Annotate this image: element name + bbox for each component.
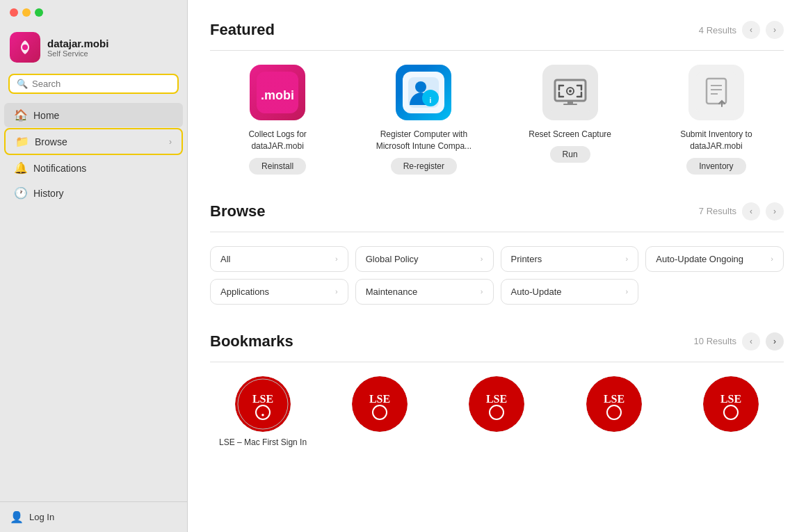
minimize-button[interactable] [22,8,31,17]
chevron-right-icon: › [335,287,338,296]
submit-inventory-icon [688,65,744,120]
browse-item-applications[interactable]: Applications › [210,279,348,305]
re-register-button[interactable]: Re-register [391,158,457,175]
browse-item-auto-update-ongoing[interactable]: Auto-Update Ongoing › [645,246,784,272]
featured-next-button[interactable]: › [766,21,784,39]
sidebar-item-browse[interactable]: 📁 Browse › [4,128,183,155]
bookmark-label-1: LSE – Mac First Sign In [219,437,307,447]
sidebar-item-home-label: Home [33,110,59,121]
sidebar-item-notifications-label: Notifications [33,163,86,174]
inventory-button[interactable]: Inventory [686,158,745,175]
browse-item-printers[interactable]: Printers › [501,246,639,272]
chevron-right-icon: › [481,255,483,263]
run-button[interactable]: Run [550,146,590,163]
sidebar-item-notifications[interactable]: 🔔 Notifications [4,156,183,180]
search-icon: 🔍 [17,79,28,89]
browse-item-global-policy[interactable]: Global Policy › [355,246,494,272]
log-in-label: Log In [29,512,54,522]
featured-prev-button[interactable]: ‹ [742,21,760,39]
browse-title: Browse [210,202,265,220]
main-content: Featured 4 Results ‹ › .mobi [188,0,806,532]
register-icon: i [396,65,451,120]
featured-item-screen-capture: Reset Screen Capture Run [503,65,638,175]
browse-printers-label: Printers [511,254,542,264]
sidebar-footer[interactable]: 👤 Log In [0,501,187,532]
browse-results-count: 7 Results [699,206,736,216]
bookmark-icon-2: LSE [352,376,408,432]
bookmarks-divider [210,362,784,362]
sidebar: datajar.mobi Self Service 🔍 🏠 Home 📁 Bro… [0,0,188,532]
browse-auto-update-label: Auto-Update [511,287,562,297]
browse-all-label: All [220,254,230,264]
sidebar-item-history-label: History [33,188,64,199]
featured-results: 4 Results ‹ › [699,21,784,39]
submit-inventory-label: Submit Inventory todataJAR.mobi [680,129,752,152]
svg-text:.mobi: .mobi [261,88,294,102]
reinstall-button[interactable]: Reinstall [249,158,306,175]
bookmarks-next-button[interactable]: › [766,332,784,350]
browse-prev-button[interactable]: ‹ [742,202,760,220]
featured-results-count: 4 Results [699,25,736,35]
home-icon: 🏠 [14,108,26,122]
nav-items: 🏠 Home 📁 Browse › 🔔 Notifications 🕐 Hist… [0,99,187,501]
bookmarks-results-count: 10 Results [694,336,736,346]
svg-text:LSE: LSE [369,392,390,404]
svg-text:●: ● [261,412,265,418]
bookmark-item-1[interactable]: LSE ● LSE – Mac First Sign In [210,376,316,447]
chevron-right-icon: › [169,137,172,147]
featured-item-inventory: Submit Inventory todataJAR.mobi Inventor… [649,65,784,175]
search-container[interactable]: 🔍 [8,74,179,94]
maximize-button[interactable] [35,8,43,17]
browse-maintenance-label: Maintenance [366,287,417,297]
bookmark-icon-4: LSE [586,376,642,432]
svg-text:LSE: LSE [604,392,624,404]
app-name: datajar.mobi [47,38,108,49]
app-icon [10,32,40,63]
close-button[interactable] [10,8,18,17]
sidebar-item-history[interactable]: 🕐 History [4,181,183,205]
svg-point-5 [415,81,426,92]
bookmark-item-5[interactable]: LSE [678,376,784,447]
browse-applications-label: Applications [220,287,269,297]
browse-global-policy-label: Global Policy [366,254,419,264]
featured-section-header: Featured 4 Results ‹ › [210,21,784,39]
browse-grid: All › Global Policy › Printers › Auto-Up… [210,246,784,305]
collect-logs-icon: .mobi [250,65,305,120]
register-label: Register Computer withMicrosoft Intune C… [376,129,471,152]
browse-results: 7 Results ‹ › [699,202,784,220]
app-header: datajar.mobi Self Service [0,21,187,71]
browse-item-auto-update[interactable]: Auto-Update › [501,279,639,305]
bookmarks-results: 10 Results ‹ › [694,332,784,350]
app-subtitle: Self Service [47,49,108,58]
bookmarks-prev-button[interactable]: ‹ [742,332,760,350]
bookmark-item-3[interactable]: LSE [444,376,549,447]
collect-logs-label: Collect Logs fordataJAR.mobi [248,129,306,152]
window-controls [0,0,187,21]
screen-capture-icon [542,65,598,120]
chevron-right-icon: › [335,255,338,263]
featured-item-register: i Register Computer withMicrosoft Intune… [356,65,491,175]
bookmarks-section-header: Bookmarks 10 Results ‹ › [210,332,784,350]
featured-divider [210,50,784,51]
browse-item-maintenance[interactable]: Maintenance › [355,279,494,305]
bookmark-icon-5: LSE [703,376,759,432]
browse-item-all[interactable]: All › [210,246,348,272]
svg-rect-12 [567,101,573,104]
svg-text:LSE: LSE [720,392,741,404]
featured-grid: .mobi Collect Logs fordataJAR.mobi Reins… [210,65,784,175]
screen-capture-label: Reset Screen Capture [529,129,611,140]
featured-title: Featured [210,21,275,39]
bookmark-item-4[interactable]: LSE [561,376,667,447]
bookmarks-title: Bookmarks [210,332,293,350]
search-input[interactable] [32,79,170,89]
sidebar-item-browse-label: Browse [35,136,67,147]
browse-next-button[interactable]: › [766,202,784,220]
bookmark-item-2[interactable]: LSE [327,376,433,447]
svg-text:i: i [430,97,432,104]
browse-section-header: Browse 7 Results ‹ › [210,202,784,220]
browse-auto-update-ongoing-label: Auto-Update Ongoing [656,254,743,264]
chevron-right-icon: › [626,255,629,263]
sidebar-item-home[interactable]: 🏠 Home [4,103,183,127]
svg-point-0 [22,45,28,50]
history-icon: 🕐 [14,186,26,200]
